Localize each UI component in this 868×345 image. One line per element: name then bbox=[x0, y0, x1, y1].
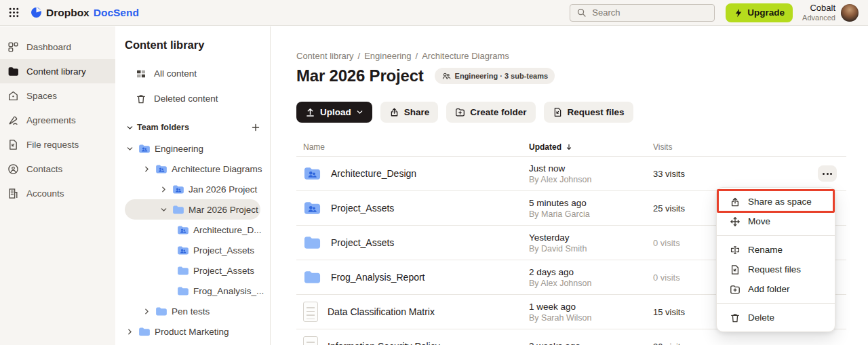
menu-item-rename[interactable]: Rename bbox=[717, 240, 835, 260]
tree-item-label: Frog_Analysis_... bbox=[193, 286, 264, 296]
item-name[interactable]: Data Classification Matrix bbox=[328, 306, 435, 317]
item-name[interactable]: Information Security Policy bbox=[328, 341, 440, 345]
document-icon bbox=[303, 336, 318, 345]
folder-icon bbox=[7, 66, 19, 77]
people-icon bbox=[441, 71, 451, 81]
upload-button[interactable]: Upload bbox=[296, 102, 372, 123]
tree-item-label: Project_Assets bbox=[193, 266, 254, 276]
library-item-deleted-content[interactable]: Deleted content bbox=[115, 86, 270, 111]
tree-item-label: Architecture Diagrams bbox=[172, 164, 262, 174]
breadcrumb-item[interactable]: Engineering bbox=[364, 51, 411, 61]
updated-time: 2 days ago bbox=[529, 267, 653, 277]
updated-by: By Sarah Wilson bbox=[529, 313, 653, 323]
user-block: Cobalt Advanced bbox=[802, 3, 835, 22]
request-files-label: Request files bbox=[568, 107, 625, 117]
share-icon bbox=[389, 107, 399, 117]
breadcrumb-item[interactable]: Content library bbox=[296, 51, 354, 61]
menu-item-request-files[interactable]: Request files bbox=[717, 260, 835, 279]
tree-item-architecture-diagrams[interactable]: Architecture Diagrams bbox=[115, 159, 270, 179]
sidebar-item-label: Dashboard bbox=[26, 42, 71, 52]
ellipsis-icon bbox=[823, 173, 825, 175]
search-box[interactable] bbox=[570, 4, 715, 22]
tree-item-frog-analysis[interactable]: Frog_Analysis_... bbox=[115, 281, 270, 301]
tree-item-label: Pen tests bbox=[172, 306, 210, 317]
lightning-bolt-icon bbox=[734, 8, 743, 18]
search-input[interactable] bbox=[592, 7, 708, 18]
topbar: Dropbox DocSend Upgrade Cobalt Advanced bbox=[0, 0, 868, 26]
menu-divider bbox=[717, 303, 835, 304]
share-button[interactable]: Share bbox=[380, 102, 439, 123]
sidebar-item-spaces[interactable]: Spaces bbox=[0, 83, 115, 108]
menu-item-label: Request files bbox=[748, 264, 801, 275]
team-folders-section[interactable]: Team folders bbox=[115, 119, 270, 136]
rename-icon bbox=[730, 245, 741, 256]
avatar[interactable] bbox=[841, 4, 859, 22]
item-name[interactable]: Frog_Analysis_Report bbox=[331, 272, 425, 283]
menu-item-label: Rename bbox=[748, 245, 783, 255]
spaces-icon bbox=[7, 90, 19, 102]
column-header-name[interactable]: Name bbox=[296, 142, 529, 152]
menu-item-share-as-space[interactable]: Share as space bbox=[717, 192, 835, 211]
updated-time: 3 weeks ago bbox=[529, 341, 653, 345]
item-name[interactable]: Project_Assets bbox=[331, 203, 394, 214]
app-launcher-button[interactable] bbox=[7, 6, 20, 20]
tree-item-pen-tests[interactable]: Pen tests bbox=[115, 301, 270, 321]
shared-folder-icon bbox=[303, 166, 321, 181]
brand-name-dropbox: Dropbox bbox=[46, 7, 90, 19]
item-name[interactable]: Architecture_Design bbox=[331, 168, 416, 179]
menu-item-delete[interactable]: Delete bbox=[717, 308, 835, 327]
upgrade-button[interactable]: Upgrade bbox=[726, 3, 793, 22]
tree-item-jan-2026-project[interactable]: Jan 2026 Project bbox=[115, 179, 270, 199]
sidebar-item-content-library[interactable]: Content library bbox=[0, 59, 115, 83]
tree-item-mar-2026-project[interactable]: Mar 2026 Project bbox=[125, 199, 260, 220]
breadcrumb-separator: / bbox=[358, 51, 361, 61]
updated-time: 1 week ago bbox=[529, 302, 653, 312]
tree-item-label: Project_Assets bbox=[193, 245, 254, 256]
sidebar-item-label: Contacts bbox=[26, 164, 62, 174]
sidebar-item-contacts[interactable]: Contacts bbox=[0, 157, 115, 181]
menu-item-add-folder[interactable]: Add folder bbox=[717, 279, 835, 299]
team-badge[interactable]: Engineering · 3 sub-teams bbox=[435, 68, 555, 84]
item-name[interactable]: Project_Assets bbox=[331, 237, 394, 248]
shared-folder-icon bbox=[155, 164, 167, 174]
breadcrumb-item[interactable]: Architecture Diagrams bbox=[422, 51, 509, 61]
tree-item-project-assets[interactable]: Project_Assets bbox=[115, 260, 270, 281]
chevron-right-icon bbox=[160, 186, 167, 193]
tree-item-product-marketing[interactable]: Product Marketing bbox=[115, 321, 270, 342]
library-item-all-content[interactable]: All content bbox=[115, 61, 270, 86]
tree-item-label: Product Marketing bbox=[155, 327, 229, 337]
tree-item-engineering[interactable]: Engineering bbox=[115, 138, 270, 159]
menu-item-label: Add folder bbox=[748, 284, 790, 294]
move-icon bbox=[730, 216, 741, 227]
tree-item-architecture-d[interactable]: Architecture_D... bbox=[115, 220, 270, 240]
create-folder-icon bbox=[455, 107, 465, 117]
sort-descending-icon bbox=[565, 143, 573, 151]
menu-item-move[interactable]: Move bbox=[717, 211, 835, 231]
all-content-icon bbox=[136, 68, 146, 79]
library-item-label: All content bbox=[154, 68, 197, 79]
row-actions-button[interactable] bbox=[818, 165, 837, 182]
updated-by: By Maria Garcia bbox=[529, 209, 653, 219]
sidebar-item-dashboard[interactable]: Dashboard bbox=[0, 35, 115, 59]
breadcrumb: Content library / Engineering / Architec… bbox=[296, 51, 868, 61]
updated-by: By Alex Johnson bbox=[529, 279, 653, 288]
table-row[interactable]: Architecture_Design Just now By Alex Joh… bbox=[296, 157, 846, 191]
library-panel-title: Content library bbox=[115, 39, 270, 52]
actions-toolbar: Upload Share Create folder Request files bbox=[296, 102, 868, 123]
folder-icon bbox=[155, 306, 167, 317]
sidebar-item-agreements[interactable]: Agreements bbox=[0, 108, 115, 132]
brand-logo[interactable]: Dropbox DocSend bbox=[31, 7, 139, 19]
request-files-button[interactable]: Request files bbox=[544, 102, 633, 123]
tree-item-project-assets-shared[interactable]: Project_Assets bbox=[115, 240, 270, 260]
updated-time: 5 minutes ago bbox=[529, 198, 653, 208]
table-header: Name Updated Visits bbox=[296, 138, 846, 157]
updated-time: Just now bbox=[529, 163, 653, 174]
create-folder-button[interactable]: Create folder bbox=[446, 102, 535, 123]
sidebar-item-accounts[interactable]: Accounts bbox=[0, 181, 115, 205]
share-icon bbox=[730, 197, 741, 207]
column-header-updated[interactable]: Updated bbox=[529, 142, 653, 152]
upload-label: Upload bbox=[320, 107, 351, 117]
column-header-visits[interactable]: Visits bbox=[653, 142, 818, 152]
add-team-folder-button[interactable] bbox=[251, 123, 260, 132]
sidebar-item-file-requests[interactable]: File requests bbox=[0, 132, 115, 157]
